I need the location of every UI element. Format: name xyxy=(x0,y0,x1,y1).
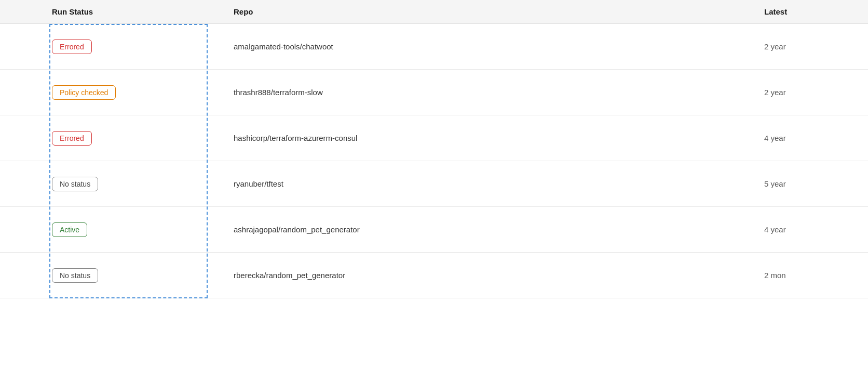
cell-latest: 4 year xyxy=(764,134,868,142)
header-latest: Latest xyxy=(764,7,868,16)
cell-latest: 2 year xyxy=(764,42,868,51)
status-badge-errored-2: Errored xyxy=(52,131,92,146)
header-repo: Repo xyxy=(213,7,764,16)
status-badge-active: Active xyxy=(52,222,87,237)
cell-latest: 2 mon xyxy=(764,271,868,280)
table-row[interactable]: Policy checked thrashr888/terraform-slow… xyxy=(0,70,868,115)
cell-run-status: Policy checked xyxy=(0,85,213,100)
cell-repo: thrashr888/terraform-slow xyxy=(213,88,764,97)
cell-repo: rberecka/random_pet_generator xyxy=(213,271,764,280)
status-badge-no-status: No status xyxy=(52,177,98,191)
status-badge-no-status-2: No status xyxy=(52,268,98,283)
cell-run-status: Errored xyxy=(0,40,213,54)
cell-repo: ashrajagopal/random_pet_generator xyxy=(213,225,764,234)
main-table: Run Status Repo Latest Errored amalgamat… xyxy=(0,0,868,298)
table-row[interactable]: No status rberecka/random_pet_generator … xyxy=(0,253,868,298)
cell-latest: 4 year xyxy=(764,225,868,234)
status-badge-policy-checked: Policy checked xyxy=(52,85,116,100)
table-row[interactable]: Errored hashicorp/terraform-azurerm-cons… xyxy=(0,115,868,161)
cell-latest: 2 year xyxy=(764,88,868,97)
cell-repo: ryanuber/tftest xyxy=(213,179,764,188)
cell-run-status: No status xyxy=(0,268,213,283)
cell-run-status: No status xyxy=(0,177,213,191)
table-header: Run Status Repo Latest xyxy=(0,0,868,24)
cell-run-status: Errored xyxy=(0,131,213,146)
cell-repo: hashicorp/terraform-azurerm-consul xyxy=(213,134,764,142)
table-row[interactable]: Active ashrajagopal/random_pet_generator… xyxy=(0,207,868,253)
cell-repo: amalgamated-tools/chatwoot xyxy=(213,42,764,51)
table-body-wrapper: Errored amalgamated-tools/chatwoot 2 yea… xyxy=(0,24,868,298)
header-run-status: Run Status xyxy=(0,7,213,16)
cell-run-status: Active xyxy=(0,222,213,237)
table-body: Errored amalgamated-tools/chatwoot 2 yea… xyxy=(0,24,868,298)
cell-latest: 5 year xyxy=(764,179,868,188)
status-badge-errored: Errored xyxy=(52,40,92,54)
table-row[interactable]: Errored amalgamated-tools/chatwoot 2 yea… xyxy=(0,24,868,70)
table-row[interactable]: No status ryanuber/tftest 5 year xyxy=(0,161,868,207)
